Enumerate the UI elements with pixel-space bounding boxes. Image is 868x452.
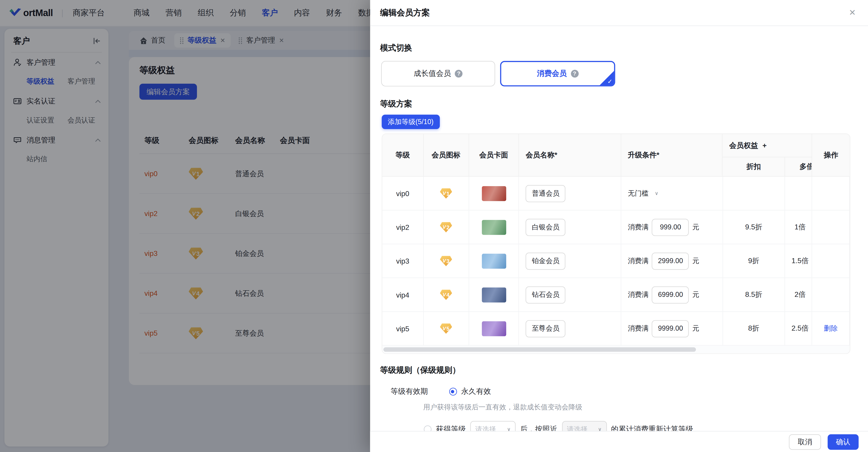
- screen: ortMall ｜ 商家平台 商城 营销 组织 分销 客户 内容 财务 数据 客…: [0, 0, 868, 452]
- amount-input[interactable]: 6999.00: [652, 286, 689, 303]
- cancel-button[interactable]: 取消: [789, 434, 821, 450]
- mode-section-title: 模式切换: [380, 43, 412, 53]
- member-name-input[interactable]: 至尊会员: [526, 320, 566, 337]
- validity-row: 等级有效期 永久有效: [391, 385, 491, 399]
- member-badge-icon: V5: [440, 323, 452, 334]
- member-badge-icon: V4: [440, 289, 452, 300]
- member-badge-icon: V2: [440, 222, 452, 232]
- level-row: vip4 V4 钻石会员 消费满6999.00元 8.5折 2倍: [382, 278, 850, 312]
- member-card-face[interactable]: [482, 186, 506, 201]
- member-name-input[interactable]: 普通会员: [526, 185, 566, 202]
- horizontal-scrollbar: [382, 345, 850, 354]
- member-badge-icon: V1: [440, 188, 452, 198]
- add-benefit-icon[interactable]: +: [763, 141, 767, 150]
- level-row: vip2 V2 白银会员 消费满999.00元 9.5折 1倍: [382, 210, 850, 244]
- chevron-down-icon: ∨: [598, 427, 601, 431]
- member-card-face[interactable]: [482, 287, 506, 302]
- member-name-input[interactable]: 白银会员: [526, 219, 566, 236]
- check-icon: ✓: [607, 78, 613, 85]
- help-icon[interactable]: ?: [570, 70, 578, 78]
- level-row: vip3 V3 铂金会员 消费满2999.00元 9折 1.5倍: [382, 244, 850, 278]
- benefits-group-header: 会员权益 + 折扣 多倍积分: [722, 134, 812, 176]
- modal-body: 模式切换 成长值会员 ? 消费会员 ? ✓ 等级方案 添加等级(5/10) 等级…: [370, 27, 868, 431]
- confirm-button[interactable]: 确认: [828, 434, 859, 450]
- period-select[interactable]: 请选择 ∨: [562, 421, 607, 431]
- mode-card-consume[interactable]: 消费会员 ? ✓: [500, 61, 615, 86]
- level-row: vip5 V5 至尊会员 消费满9999.00元 8折 2.5倍 删除: [382, 312, 850, 345]
- member-card-face[interactable]: [482, 253, 506, 269]
- level-select[interactable]: 请选择 ∨: [470, 421, 516, 431]
- amount-input[interactable]: 9999.00: [652, 320, 689, 337]
- help-icon[interactable]: ?: [455, 70, 463, 78]
- scrollbar-thumb[interactable]: [383, 347, 696, 352]
- radio-permanent[interactable]: [449, 388, 457, 395]
- amount-input[interactable]: 999.00: [652, 219, 689, 236]
- validity-note: 用户获得该等级后一直有效，退款成长值变动会降级: [423, 403, 582, 412]
- level-row: vip0 V1 普通会员 无门槛∨: [382, 177, 850, 210]
- modal-header: 编辑会员方案: [370, 0, 868, 26]
- mode-card-growth[interactable]: 成长值会员 ?: [381, 61, 495, 86]
- member-card-face[interactable]: [482, 220, 506, 235]
- chevron-down-icon[interactable]: ∨: [655, 191, 658, 196]
- member-badge-icon: V3: [440, 256, 452, 266]
- validity-label: 等级有效期: [391, 387, 428, 397]
- modal-levels-table: 等级 会员图标 会员卡面 会员名称* 升级条件* 会员权益 + 折扣 多倍积分: [382, 134, 850, 354]
- table-header: 等级 会员图标 会员卡面 会员名称* 升级条件* 会员权益 + 折扣 多倍积分: [382, 134, 850, 177]
- member-name-input[interactable]: 钻石会员: [526, 286, 566, 303]
- rules-section-title: 等级规则（保级规则）: [380, 365, 461, 375]
- member-name-input[interactable]: 铂金会员: [526, 252, 566, 270]
- modal-title: 编辑会员方案: [380, 7, 430, 18]
- radio-recalc[interactable]: [424, 425, 432, 431]
- member-card-face[interactable]: [482, 321, 506, 336]
- amount-input[interactable]: 2999.00: [652, 252, 689, 270]
- close-modal-icon[interactable]: ✕: [849, 8, 856, 17]
- edit-plan-modal: 编辑会员方案 ✕ 模式切换 成长值会员 ? 消费会员 ? ✓ 等级方案 添加等级…: [370, 0, 868, 452]
- chevron-down-icon: ∨: [507, 427, 511, 431]
- downgrade-rule-row: 获得等级 请选择 ∨ 后，按照近 请选择 ∨ 的累计消费重新计算等级: [424, 421, 693, 431]
- modal-footer: 取消 确认: [370, 431, 868, 452]
- add-level-button[interactable]: 添加等级(5/10): [382, 115, 440, 129]
- delete-level-link[interactable]: 删除: [824, 324, 838, 333]
- plan-section-title: 等级方案: [380, 98, 412, 109]
